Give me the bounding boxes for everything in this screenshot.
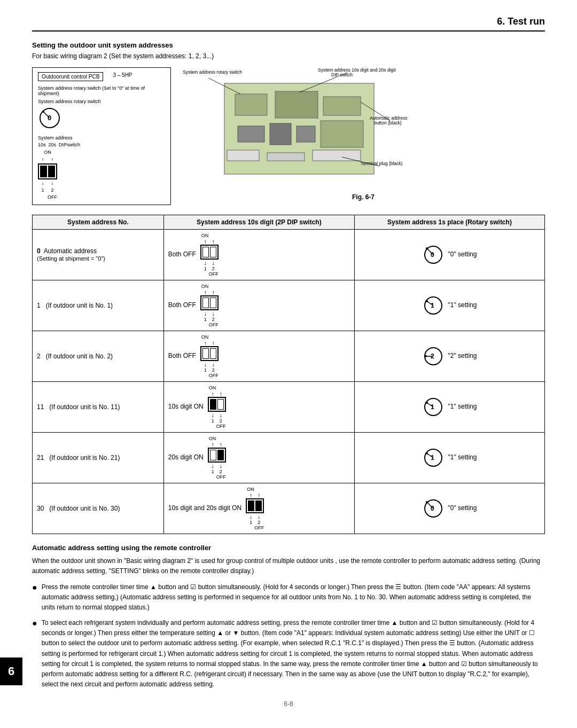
svg-rect-5 — [235, 94, 267, 115]
rotary-cell: 0"0" setting — [355, 230, 545, 280]
rotary-cell: 1"1" setting — [355, 280, 545, 331]
table-row: 1 (If outdoor unit is No. 1)Both OFFON↑↑… — [33, 280, 545, 331]
diagram-left: Outdoorunit control PCB 3 – 5HP System a… — [32, 67, 171, 205]
svg-rect-7 — [323, 97, 361, 115]
auto-section-title: Automatic address setting using the remo… — [32, 544, 545, 552]
svg-text:1: 1 — [431, 302, 434, 309]
svg-point-43 — [426, 452, 428, 455]
dip-cell: Both OFFON↑↑↓↓12OFF — [163, 280, 354, 331]
rotary-switch-svg-left: 0 — [38, 106, 61, 130]
rotary-cell: 1"1" setting — [355, 382, 545, 433]
address-table: System address No. System address 10s di… — [32, 215, 545, 534]
dip-off-label: OFF — [38, 194, 57, 201]
dip-cell: 10s digit and 20s digit ONON↑↑↓↓12OFF — [163, 483, 354, 534]
addr-cell: 0 Automatic address(Setting at shipment … — [33, 230, 164, 280]
setting-label: "1" setting — [448, 453, 477, 461]
col-rotary-switch: System address 1s place (Rotary switch) — [355, 215, 545, 230]
dip-on-label: ON — [38, 149, 57, 156]
svg-rect-11 — [321, 121, 363, 147]
section-number-box: 6 — [0, 657, 22, 685]
col-dip-switch: System address 10s digit (2P DIP switch) — [163, 215, 354, 230]
dip-cell: 10s digit ONON↑↑↓↓12OFF — [163, 382, 354, 433]
dip-cell: Both OFFON↑↑↓↓12OFF — [163, 331, 354, 382]
rotary-label1: System address rotary switch (Set to "0"… — [38, 85, 165, 96]
dip-label: System address 10s 20s DIPswitch — [38, 135, 165, 148]
rotary-cell: 0"0" setting — [355, 483, 545, 534]
svg-text:button (black): button (black) — [374, 120, 402, 126]
section1-title: Setting the outdoor unit system addresse… — [32, 41, 545, 49]
svg-rect-14 — [313, 150, 361, 161]
svg-text:1: 1 — [431, 403, 434, 411]
svg-point-31 — [426, 300, 428, 302]
bullet-item: ●Press the remote controller timer time … — [32, 582, 545, 613]
addr-cell: 11 (If outdoor unit is No. 11) — [33, 382, 164, 433]
page-title: 6. Test run — [32, 16, 545, 32]
diagram-area: Outdoorunit control PCB 3 – 5HP System a… — [32, 67, 545, 205]
table-row: 2 (If outdoor unit is No. 2)Both OFFON↑↑… — [33, 331, 545, 382]
bullet-text: To select each refrigerant system indivi… — [42, 618, 545, 690]
svg-rect-12 — [227, 150, 259, 161]
svg-rect-8 — [238, 126, 264, 142]
dip-cell: Both OFFON↑↑↓↓12OFF — [163, 230, 354, 280]
setting-label: "1" setting — [448, 301, 477, 309]
bullet-dot-icon: ● — [32, 618, 37, 690]
table-row: 11 (If outdoor unit is No. 11)10s digit … — [33, 382, 545, 433]
addr-cell: 21 (If outdoor unit is No. 21) — [33, 433, 164, 483]
svg-point-47 — [426, 501, 428, 503]
svg-text:0: 0 — [431, 251, 434, 259]
svg-point-35 — [425, 355, 427, 357]
hp-label: 3 – 5HP — [113, 72, 132, 78]
svg-point-3 — [42, 111, 44, 113]
page-number: 6-8 — [32, 700, 545, 708]
setting-label: "1" setting — [448, 403, 477, 410]
body-text: When the outdoor unit shown in "Basic wi… — [32, 556, 545, 576]
svg-text:Terminal plug (black): Terminal plug (black) — [361, 161, 403, 166]
svg-rect-10 — [297, 126, 315, 142]
setting-label: "0" setting — [448, 251, 477, 258]
pcb-diagram-svg: System address rotary switch System addr… — [182, 67, 411, 190]
svg-point-27 — [426, 247, 428, 249]
table-row: 0 Automatic address(Setting at shipment … — [33, 230, 545, 280]
svg-point-39 — [426, 402, 428, 404]
svg-text:DIP switch: DIP switch — [331, 72, 353, 77]
bullet-dot-icon: ● — [32, 582, 37, 613]
rotary-cell: 1"1" setting — [355, 433, 545, 483]
bullet-text: Press the remote controller timer time ▲… — [42, 582, 545, 613]
fig-label: Fig. 6-7 — [182, 193, 545, 201]
svg-text:2: 2 — [431, 353, 434, 360]
pcb-label: Outdoorunit control PCB — [38, 72, 103, 81]
setting-label: "0" setting — [448, 504, 477, 512]
section1-subtitle: For basic wiring diagram 2 (Set the syst… — [32, 52, 545, 60]
svg-rect-6 — [275, 91, 318, 118]
rotary-label2: System address rotary switch — [38, 98, 165, 105]
dip-cell: 20s digit ONON↑↑↓↓12OFF — [163, 433, 354, 483]
bullet-item: ●To select each refrigerant system indiv… — [32, 618, 545, 690]
svg-rect-13 — [267, 153, 305, 161]
svg-text:System address 10s digit and 2: System address 10s digit and 20s digit — [318, 67, 396, 73]
svg-rect-9 — [270, 123, 291, 145]
svg-text:1: 1 — [431, 454, 434, 461]
svg-text:0: 0 — [431, 505, 434, 512]
col-system-addr: System address No. — [33, 215, 164, 230]
addr-cell: 1 (If outdoor unit is No. 1) — [33, 280, 164, 331]
table-row: 21 (If outdoor unit is No. 21)20s digit … — [33, 433, 545, 483]
svg-text:System address rotary switch: System address rotary switch — [183, 69, 242, 75]
addr-cell: 30 (If outdoor unit is No. 30) — [33, 483, 164, 534]
table-row: 30 (If outdoor unit is No. 30)10s digit … — [33, 483, 545, 534]
setting-label: "2" setting — [448, 352, 477, 359]
rotary-cell: 2"2" setting — [355, 331, 545, 382]
addr-cell: 2 (If outdoor unit is No. 2) — [33, 331, 164, 382]
diagram-right: System address rotary switch System addr… — [182, 67, 545, 201]
